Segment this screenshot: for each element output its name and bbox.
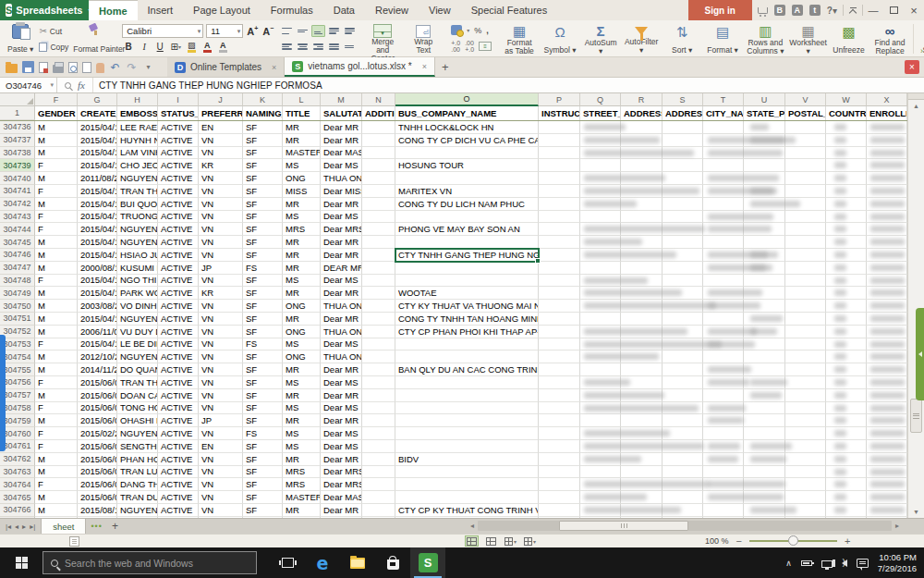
worksheet-button[interactable]: ▦Worksheet ▾ xyxy=(788,22,829,55)
cell[interactable]: SF xyxy=(243,249,283,262)
cell[interactable] xyxy=(744,121,785,134)
cell[interactable] xyxy=(663,185,703,198)
cell[interactable]: VU DUY DO xyxy=(117,326,158,338)
cell[interactable]: LEE RAE V xyxy=(117,121,158,134)
column-header-U[interactable]: U xyxy=(744,93,785,106)
cell[interactable] xyxy=(867,363,907,376)
cell[interactable]: SF xyxy=(243,275,283,288)
cell[interactable] xyxy=(580,313,621,326)
cell[interactable]: SF xyxy=(243,466,283,479)
cell[interactable]: SF xyxy=(243,185,283,198)
cell[interactable] xyxy=(621,172,663,185)
cell[interactable] xyxy=(621,223,663,236)
cell[interactable]: 2015/04/1 xyxy=(78,198,117,211)
field-header[interactable]: INSTRUCT xyxy=(539,106,580,120)
cell[interactable] xyxy=(867,414,907,427)
cell[interactable]: 2015/06/0 xyxy=(78,440,117,453)
cell[interactable]: MS xyxy=(283,427,321,440)
cell[interactable]: VN xyxy=(199,350,243,363)
cell[interactable]: Dear MS xyxy=(321,275,362,288)
cell[interactable] xyxy=(703,491,744,504)
cell[interactable] xyxy=(826,313,867,326)
cell[interactable]: NGUYEN T xyxy=(117,427,158,440)
cell[interactable] xyxy=(362,491,395,504)
cell[interactable] xyxy=(362,147,395,160)
field-header[interactable]: POSTAL_C xyxy=(785,106,826,120)
cell[interactable] xyxy=(580,275,621,288)
cell[interactable]: JP xyxy=(199,414,243,427)
cell[interactable] xyxy=(580,147,621,160)
column-header-W[interactable]: W xyxy=(826,93,867,106)
docer-icon[interactable]: B xyxy=(774,5,785,16)
cell[interactable] xyxy=(826,491,867,504)
find-and-replace-button[interactable]: ∞Find and Replace ▾ xyxy=(869,22,911,55)
cell[interactable] xyxy=(580,287,621,300)
row-header[interactable]: 304746 xyxy=(0,249,35,262)
cell[interactable]: Dear MAS xyxy=(321,491,362,504)
cell[interactable] xyxy=(867,504,907,517)
cell[interactable] xyxy=(744,185,785,198)
cell[interactable] xyxy=(826,376,867,389)
borders-button[interactable]: ⊞▾ xyxy=(169,41,182,54)
cell[interactable] xyxy=(703,249,744,262)
cell[interactable]: 2006/11/0 xyxy=(78,326,117,338)
cell[interactable] xyxy=(362,440,395,453)
cell[interactable] xyxy=(395,376,539,389)
cell[interactable] xyxy=(663,376,703,389)
field-header[interactable]: ADDRESS_ xyxy=(621,106,663,120)
cell[interactable] xyxy=(621,466,663,479)
cell[interactable]: Dear MAS xyxy=(321,147,362,160)
cell[interactable]: ACTIVE xyxy=(158,389,199,402)
row-header[interactable]: 304747 xyxy=(0,262,35,275)
edge-button[interactable]: e xyxy=(305,547,340,578)
cell[interactable]: ACTIVE xyxy=(158,427,199,440)
row-header[interactable]: 304736 xyxy=(0,121,35,134)
scroll-right-arrow[interactable]: ▸ xyxy=(892,522,903,530)
cell[interactable]: ACTIVE xyxy=(158,223,199,236)
cell[interactable] xyxy=(785,147,826,160)
cell[interactable] xyxy=(539,300,580,313)
field-header[interactable]: SALUTATI xyxy=(321,106,362,120)
cell[interactable]: ACTIVE xyxy=(158,262,199,275)
cell[interactable] xyxy=(703,185,744,198)
cell[interactable]: SF xyxy=(243,504,283,517)
row-header[interactable]: 304751 xyxy=(0,313,35,326)
vertical-scrollbar[interactable]: ▲ ▼ xyxy=(907,93,924,518)
cell[interactable] xyxy=(867,402,907,415)
zoom-slider[interactable] xyxy=(749,540,837,542)
cell[interactable]: F xyxy=(35,159,78,172)
column-header-G[interactable]: G xyxy=(78,93,117,106)
shrink-font-button[interactable]: A− xyxy=(261,25,274,38)
cell[interactable] xyxy=(826,478,867,491)
prev-sheet-button[interactable]: ◂ xyxy=(15,523,18,531)
cell[interactable] xyxy=(703,147,744,160)
field-header[interactable]: ADDITION xyxy=(362,106,395,120)
cell[interactable]: VN xyxy=(199,491,243,504)
cell[interactable]: Dear MR xyxy=(321,236,362,249)
row-header[interactable]: 304740 xyxy=(0,172,35,185)
italic-button[interactable]: I xyxy=(138,41,151,54)
cell[interactable]: M xyxy=(35,121,78,134)
cell[interactable]: KR xyxy=(199,159,243,172)
cell[interactable]: M xyxy=(35,389,78,402)
cell[interactable]: TRAN LUU xyxy=(117,466,158,479)
redo-icon[interactable]: ↷ xyxy=(126,61,138,73)
cell[interactable] xyxy=(362,211,395,224)
cell[interactable]: 2015/06/0 xyxy=(78,453,117,466)
cell[interactable] xyxy=(395,350,539,363)
cell[interactable] xyxy=(621,389,663,402)
cell[interactable]: MS xyxy=(283,440,321,453)
row-header[interactable]: 304742 xyxy=(0,198,35,211)
cell[interactable] xyxy=(867,376,907,389)
cell[interactable]: Dear MS xyxy=(321,159,362,172)
field-header[interactable]: NAMING_ xyxy=(243,106,283,120)
cell[interactable] xyxy=(785,121,826,134)
cell[interactable] xyxy=(621,338,663,351)
cell[interactable]: M xyxy=(35,134,78,147)
align-right-button[interactable] xyxy=(311,41,325,53)
reading-view-button[interactable]: ▾ xyxy=(523,535,537,547)
cell[interactable]: 2015/04/1 xyxy=(78,185,117,198)
scroll-down-arrow[interactable]: ▼ xyxy=(908,506,924,518)
cell[interactable] xyxy=(785,300,826,313)
cell[interactable]: Dear MRS xyxy=(321,223,362,236)
